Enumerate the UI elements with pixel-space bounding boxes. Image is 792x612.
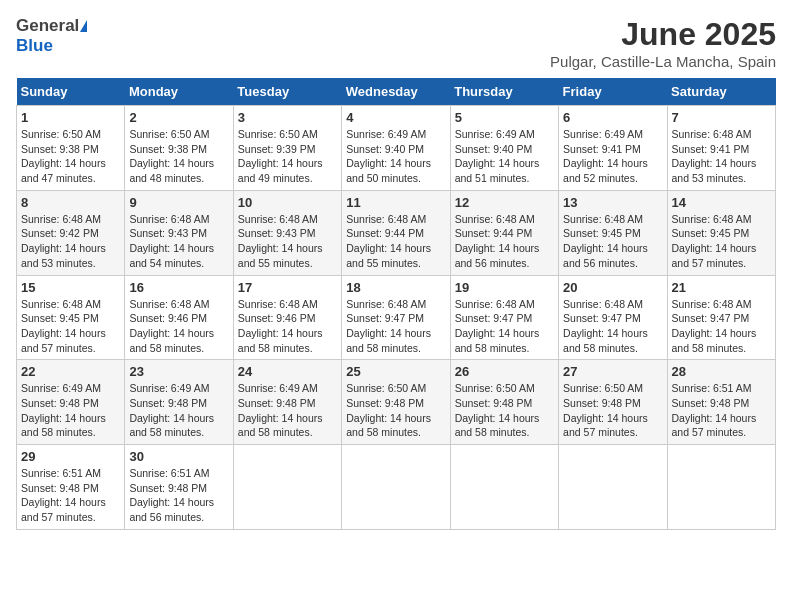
calendar-table: Sunday Monday Tuesday Wednesday Thursday… <box>16 78 776 530</box>
day-info: Sunrise: 6:48 AMSunset: 9:45 PMDaylight:… <box>672 212 771 271</box>
col-friday: Friday <box>559 78 667 106</box>
table-cell: 18Sunrise: 6:48 AMSunset: 9:47 PMDayligh… <box>342 275 450 360</box>
day-number: 30 <box>129 449 228 464</box>
day-number: 2 <box>129 110 228 125</box>
day-number: 28 <box>672 364 771 379</box>
logo: General Blue <box>16 16 87 56</box>
calendar-week-1: 1Sunrise: 6:50 AMSunset: 9:38 PMDaylight… <box>17 106 776 191</box>
day-number: 21 <box>672 280 771 295</box>
day-info: Sunrise: 6:48 AMSunset: 9:44 PMDaylight:… <box>346 212 445 271</box>
table-cell <box>233 445 341 530</box>
table-cell: 5Sunrise: 6:49 AMSunset: 9:40 PMDaylight… <box>450 106 558 191</box>
day-number: 26 <box>455 364 554 379</box>
day-info: Sunrise: 6:48 AMSunset: 9:46 PMDaylight:… <box>238 297 337 356</box>
day-info: Sunrise: 6:48 AMSunset: 9:42 PMDaylight:… <box>21 212 120 271</box>
table-cell: 9Sunrise: 6:48 AMSunset: 9:43 PMDaylight… <box>125 190 233 275</box>
day-info: Sunrise: 6:50 AMSunset: 9:48 PMDaylight:… <box>455 381 554 440</box>
table-cell <box>342 445 450 530</box>
day-number: 1 <box>21 110 120 125</box>
day-info: Sunrise: 6:48 AMSunset: 9:46 PMDaylight:… <box>129 297 228 356</box>
day-info: Sunrise: 6:50 AMSunset: 9:39 PMDaylight:… <box>238 127 337 186</box>
table-cell: 1Sunrise: 6:50 AMSunset: 9:38 PMDaylight… <box>17 106 125 191</box>
table-cell <box>450 445 558 530</box>
day-info: Sunrise: 6:49 AMSunset: 9:48 PMDaylight:… <box>21 381 120 440</box>
day-info: Sunrise: 6:48 AMSunset: 9:45 PMDaylight:… <box>21 297 120 356</box>
day-info: Sunrise: 6:49 AMSunset: 9:40 PMDaylight:… <box>346 127 445 186</box>
day-info: Sunrise: 6:51 AMSunset: 9:48 PMDaylight:… <box>672 381 771 440</box>
day-info: Sunrise: 6:48 AMSunset: 9:47 PMDaylight:… <box>455 297 554 356</box>
day-number: 9 <box>129 195 228 210</box>
col-saturday: Saturday <box>667 78 775 106</box>
day-number: 25 <box>346 364 445 379</box>
month-title: June 2025 <box>550 16 776 53</box>
day-info: Sunrise: 6:49 AMSunset: 9:48 PMDaylight:… <box>238 381 337 440</box>
title-area: June 2025 Pulgar, Castille-La Mancha, Sp… <box>550 16 776 70</box>
table-cell: 22Sunrise: 6:49 AMSunset: 9:48 PMDayligh… <box>17 360 125 445</box>
day-number: 19 <box>455 280 554 295</box>
table-cell: 21Sunrise: 6:48 AMSunset: 9:47 PMDayligh… <box>667 275 775 360</box>
day-number: 23 <box>129 364 228 379</box>
calendar-week-5: 29Sunrise: 6:51 AMSunset: 9:48 PMDayligh… <box>17 445 776 530</box>
day-number: 11 <box>346 195 445 210</box>
day-info: Sunrise: 6:50 AMSunset: 9:38 PMDaylight:… <box>21 127 120 186</box>
day-info: Sunrise: 6:48 AMSunset: 9:47 PMDaylight:… <box>672 297 771 356</box>
day-number: 6 <box>563 110 662 125</box>
day-info: Sunrise: 6:48 AMSunset: 9:47 PMDaylight:… <box>346 297 445 356</box>
day-number: 24 <box>238 364 337 379</box>
day-number: 17 <box>238 280 337 295</box>
day-number: 16 <box>129 280 228 295</box>
table-cell: 25Sunrise: 6:50 AMSunset: 9:48 PMDayligh… <box>342 360 450 445</box>
day-info: Sunrise: 6:50 AMSunset: 9:38 PMDaylight:… <box>129 127 228 186</box>
table-cell: 29Sunrise: 6:51 AMSunset: 9:48 PMDayligh… <box>17 445 125 530</box>
day-info: Sunrise: 6:48 AMSunset: 9:47 PMDaylight:… <box>563 297 662 356</box>
col-monday: Monday <box>125 78 233 106</box>
table-cell: 26Sunrise: 6:50 AMSunset: 9:48 PMDayligh… <box>450 360 558 445</box>
day-number: 3 <box>238 110 337 125</box>
col-wednesday: Wednesday <box>342 78 450 106</box>
day-info: Sunrise: 6:51 AMSunset: 9:48 PMDaylight:… <box>21 466 120 525</box>
calendar-week-3: 15Sunrise: 6:48 AMSunset: 9:45 PMDayligh… <box>17 275 776 360</box>
table-cell: 16Sunrise: 6:48 AMSunset: 9:46 PMDayligh… <box>125 275 233 360</box>
day-number: 27 <box>563 364 662 379</box>
table-cell: 27Sunrise: 6:50 AMSunset: 9:48 PMDayligh… <box>559 360 667 445</box>
day-number: 13 <box>563 195 662 210</box>
logo-general-text: General <box>16 16 79 36</box>
day-info: Sunrise: 6:49 AMSunset: 9:40 PMDaylight:… <box>455 127 554 186</box>
day-number: 22 <box>21 364 120 379</box>
day-info: Sunrise: 6:50 AMSunset: 9:48 PMDaylight:… <box>346 381 445 440</box>
day-info: Sunrise: 6:48 AMSunset: 9:43 PMDaylight:… <box>238 212 337 271</box>
table-cell: 24Sunrise: 6:49 AMSunset: 9:48 PMDayligh… <box>233 360 341 445</box>
day-info: Sunrise: 6:50 AMSunset: 9:48 PMDaylight:… <box>563 381 662 440</box>
day-number: 4 <box>346 110 445 125</box>
table-cell: 20Sunrise: 6:48 AMSunset: 9:47 PMDayligh… <box>559 275 667 360</box>
day-number: 15 <box>21 280 120 295</box>
day-info: Sunrise: 6:51 AMSunset: 9:48 PMDaylight:… <box>129 466 228 525</box>
day-info: Sunrise: 6:49 AMSunset: 9:48 PMDaylight:… <box>129 381 228 440</box>
day-info: Sunrise: 6:48 AMSunset: 9:45 PMDaylight:… <box>563 212 662 271</box>
day-number: 20 <box>563 280 662 295</box>
logo-triangle-icon <box>80 20 87 32</box>
table-cell: 14Sunrise: 6:48 AMSunset: 9:45 PMDayligh… <box>667 190 775 275</box>
calendar-week-4: 22Sunrise: 6:49 AMSunset: 9:48 PMDayligh… <box>17 360 776 445</box>
table-cell: 19Sunrise: 6:48 AMSunset: 9:47 PMDayligh… <box>450 275 558 360</box>
col-sunday: Sunday <box>17 78 125 106</box>
table-cell: 23Sunrise: 6:49 AMSunset: 9:48 PMDayligh… <box>125 360 233 445</box>
day-number: 18 <box>346 280 445 295</box>
day-number: 5 <box>455 110 554 125</box>
table-cell: 7Sunrise: 6:48 AMSunset: 9:41 PMDaylight… <box>667 106 775 191</box>
day-info: Sunrise: 6:48 AMSunset: 9:43 PMDaylight:… <box>129 212 228 271</box>
day-number: 29 <box>21 449 120 464</box>
table-cell: 28Sunrise: 6:51 AMSunset: 9:48 PMDayligh… <box>667 360 775 445</box>
table-cell: 8Sunrise: 6:48 AMSunset: 9:42 PMDaylight… <box>17 190 125 275</box>
header: General Blue June 2025 Pulgar, Castille-… <box>16 16 776 70</box>
table-cell: 11Sunrise: 6:48 AMSunset: 9:44 PMDayligh… <box>342 190 450 275</box>
table-cell: 12Sunrise: 6:48 AMSunset: 9:44 PMDayligh… <box>450 190 558 275</box>
table-cell: 30Sunrise: 6:51 AMSunset: 9:48 PMDayligh… <box>125 445 233 530</box>
day-info: Sunrise: 6:49 AMSunset: 9:41 PMDaylight:… <box>563 127 662 186</box>
table-cell: 2Sunrise: 6:50 AMSunset: 9:38 PMDaylight… <box>125 106 233 191</box>
table-cell: 13Sunrise: 6:48 AMSunset: 9:45 PMDayligh… <box>559 190 667 275</box>
table-cell: 3Sunrise: 6:50 AMSunset: 9:39 PMDaylight… <box>233 106 341 191</box>
day-number: 14 <box>672 195 771 210</box>
day-number: 8 <box>21 195 120 210</box>
table-cell <box>559 445 667 530</box>
